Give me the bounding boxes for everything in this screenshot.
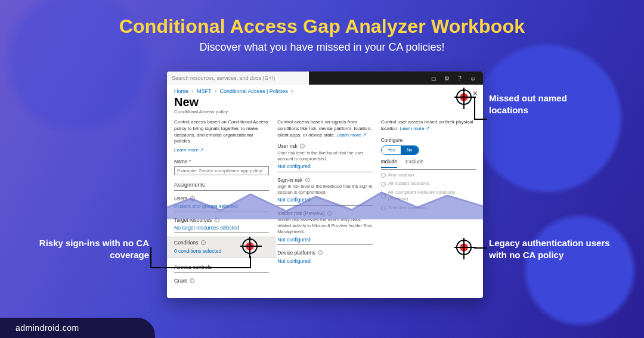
info-icon[interactable] <box>305 178 310 182</box>
learn-more-link[interactable]: Learn more <box>174 147 199 153</box>
azure-policy-panel: Search resources, services, and docs (G+… <box>167 72 483 298</box>
page-subtitle: Conditional Access policy <box>167 109 483 119</box>
grant-label: Grant <box>174 278 269 284</box>
leader-line <box>474 97 475 119</box>
users-label: Users <box>174 196 269 202</box>
radio-compliant-network[interactable]: All Compliant Network locations (Preview… <box>381 190 476 203</box>
page-title: New <box>167 95 483 109</box>
leader-line <box>250 256 251 268</box>
users-value-link[interactable]: 0 users and groups selected <box>174 203 269 210</box>
feedback-icon[interactable]: ☺ <box>470 75 476 82</box>
col1-description: Control access based on Conditional Acce… <box>174 119 269 145</box>
user-risk-label: User risk <box>277 143 372 150</box>
col3-description: Control user access based on their physi… <box>381 119 476 132</box>
learn-more-link[interactable]: Learn more <box>337 132 361 138</box>
insider-risk-value[interactable]: Not configured <box>277 237 372 243</box>
leader-line <box>474 119 487 120</box>
device-platforms-label: Device platforms <box>277 250 372 256</box>
hero-title: Conditional Access Gap Analyzer Workbook <box>0 15 644 38</box>
conditions-row[interactable]: Conditions 0 conditions selected <box>167 237 276 258</box>
name-label: Name <box>174 159 269 165</box>
info-icon[interactable] <box>201 240 206 245</box>
info-icon[interactable] <box>318 250 323 255</box>
crumb-ca-policies[interactable]: Conditional Access | Policies <box>219 88 287 94</box>
crumb-msft[interactable]: MSFT <box>197 88 211 94</box>
portal-topbar: Search resources, services, and docs (G+… <box>167 72 483 85</box>
info-icon[interactable] <box>215 218 219 222</box>
column-locations: Control user access based on their physi… <box>381 119 476 284</box>
signin-risk-label: Sign-in risk <box>277 177 372 184</box>
info-icon[interactable] <box>190 196 195 201</box>
radio-trusted-locations[interactable]: All trusted locations <box>381 181 476 187</box>
close-icon[interactable]: ✕ <box>472 89 478 98</box>
leader-line <box>474 247 487 249</box>
policy-name-input[interactable] <box>174 166 269 175</box>
toggle-no[interactable]: No <box>401 146 419 154</box>
column-assignments: Control access based on Conditional Acce… <box>174 119 269 284</box>
hero-subtitle: Discover what you have missed in your CA… <box>0 41 644 54</box>
assignments-heading: Assignments <box>174 181 269 188</box>
global-search-input[interactable]: Search resources, services, and docs (G+… <box>172 75 302 81</box>
crumb-home[interactable]: Home <box>174 88 188 94</box>
leader-line <box>150 267 251 268</box>
insider-risk-desc: Insider risk assesses the user's risky d… <box>277 217 372 235</box>
callout-legacy-auth: Legacy authentication users with no CA p… <box>489 237 614 261</box>
col2-description: Control access based on signals from con… <box>277 119 372 138</box>
settings-gear-icon[interactable]: ⚙ <box>444 75 450 82</box>
topbar-icon-tray: ◻ ⚙ ? ☺ <box>302 75 483 82</box>
signin-risk-value[interactable]: Not configured <box>277 197 372 203</box>
conditions-value-link[interactable]: 0 conditions selected <box>174 248 269 255</box>
target-resources-label: Target resources <box>174 217 269 224</box>
user-risk-desc: User risk level is the likelihood that t… <box>277 150 372 162</box>
signin-risk-desc: Sign-in risk level is the likelihood tha… <box>277 184 372 196</box>
insider-risk-label: Insider risk (Preview) <box>277 210 372 217</box>
learn-more-link[interactable]: Learn more <box>400 126 425 131</box>
user-risk-value[interactable]: Not configured <box>277 163 372 170</box>
notifications-icon[interactable]: ◻ <box>431 75 436 82</box>
callout-named-locations: Missed out named locations <box>489 92 608 116</box>
configure-label: Configure <box>381 137 476 144</box>
tab-exclude[interactable]: Exclude <box>405 159 423 168</box>
configure-toggle[interactable]: Yes No <box>381 145 419 155</box>
column-conditions: Control access based on signals from con… <box>277 119 372 284</box>
footer-brand: admindroid.com <box>0 318 155 338</box>
help-icon[interactable]: ? <box>458 75 462 82</box>
radio-any-location[interactable]: Any location <box>381 172 476 179</box>
leader-line <box>150 247 151 268</box>
device-platforms-value[interactable]: Not configured <box>277 258 372 265</box>
target-resources-link[interactable]: No target resources selected <box>174 225 269 231</box>
toggle-yes[interactable]: Yes <box>382 146 401 154</box>
tab-include[interactable]: Include <box>381 159 397 168</box>
callout-risky-signins: Risky sign-ins with no CA coverage <box>36 237 149 261</box>
breadcrumb: Home › MSFT › Conditional Access | Polic… <box>167 85 483 95</box>
info-icon[interactable] <box>190 278 194 283</box>
radio-selected-locations[interactable]: Selected locations <box>381 205 476 212</box>
info-icon[interactable] <box>327 211 332 216</box>
info-icon[interactable] <box>300 144 305 148</box>
